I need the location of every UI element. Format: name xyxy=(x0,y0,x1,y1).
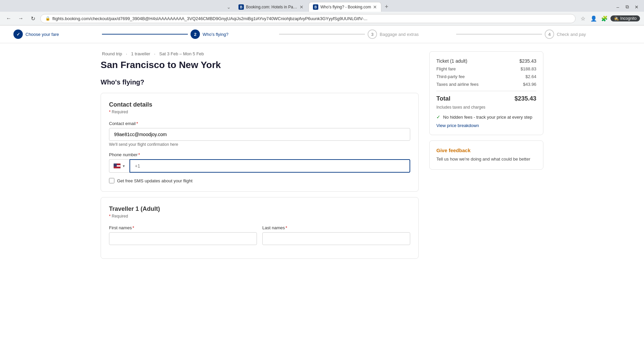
breadcrumb: Round trip · 1 traveller · Sat 3 Feb – M… xyxy=(101,51,419,56)
step1-label: Choose your fare xyxy=(25,32,59,37)
sms-checkbox-group: Get free SMS updates about your flight xyxy=(109,178,410,183)
third-party-label: Third-party fee xyxy=(436,74,465,79)
phone-input-group: ▼ xyxy=(109,159,410,173)
incognito-badge: 🕵 Incognito xyxy=(610,15,640,21)
flight-fare-value: $188.83 xyxy=(521,66,536,71)
step4-label: Check and pay xyxy=(557,32,586,37)
email-required-marker: * xyxy=(136,121,138,126)
price-divider xyxy=(436,91,536,91)
progress-bar: ✓ Choose your fare 2 Who's flying? 3 Bag… xyxy=(0,25,644,43)
flight-fare-row: Flight fare $188.83 xyxy=(436,66,536,71)
taxes-label: Taxes and airline fees xyxy=(436,82,479,87)
progress-step-1: ✓ Choose your fare xyxy=(13,29,99,39)
contact-required-note: * Required xyxy=(109,110,410,114)
names-row: First names* Last names* xyxy=(109,225,410,250)
step3-label: Baggage and extras xyxy=(380,32,419,37)
tab1-close-icon[interactable]: ✕ xyxy=(300,4,304,10)
breadcrumb-sep1: · xyxy=(126,51,127,56)
breadcrumb-sep2: · xyxy=(154,51,156,56)
email-label: Contact email* xyxy=(109,121,410,126)
price-summary-card: Ticket (1 adult) $235.43 Flight fare $18… xyxy=(429,51,543,135)
first-names-label: First names* xyxy=(109,225,257,230)
progress-step-2: 2 Who's flying? xyxy=(191,29,276,39)
feedback-description: Tell us how we're doing and what could b… xyxy=(436,156,536,163)
view-price-breakdown-link[interactable]: View price breakdown xyxy=(436,123,536,128)
address-bar[interactable]: 🔒 flights.booking.com/checkout/pax/d7699… xyxy=(40,14,576,23)
tab-overflow-btn[interactable]: ⌄ xyxy=(224,3,233,11)
minimize-button[interactable]: – xyxy=(613,2,623,12)
close-window-button[interactable]: ✕ xyxy=(632,2,641,12)
traveller-required-note: * Required xyxy=(109,214,410,219)
total-value: $235.43 xyxy=(515,95,536,102)
required-star: * xyxy=(109,110,111,114)
flight-fare-label: Flight fare xyxy=(436,66,456,71)
breadcrumb-dates: Sat 3 Feb – Mon 5 Feb xyxy=(159,51,204,56)
phone-required-marker: * xyxy=(138,152,140,157)
page-title: San Francisco to New York xyxy=(101,60,419,70)
total-price-row: Total $235.43 xyxy=(436,95,536,102)
required-text: Required xyxy=(112,110,128,114)
tab2-close-icon[interactable]: ✕ xyxy=(373,4,377,10)
step2-label: Who's flying? xyxy=(203,32,228,37)
email-helper-text: We'll send your flight confirmation here xyxy=(109,142,410,147)
first-names-input[interactable] xyxy=(109,232,257,245)
browser-tabs-bar: ⌄ B Booking.com: Hotels in Palm Sp... ✕ … xyxy=(0,0,644,12)
contact-card-title: Contact details xyxy=(109,101,410,108)
phone-group: Phone number* ▼ xyxy=(109,152,410,173)
refresh-button[interactable]: ↻ xyxy=(28,14,38,23)
email-input[interactable] xyxy=(109,128,410,141)
incognito-label: Incognito xyxy=(620,16,637,21)
phone-label: Phone number* xyxy=(109,152,410,157)
last-names-required-marker: * xyxy=(285,225,287,230)
step-connector-3 xyxy=(456,34,542,35)
address-bar-row: ← → ↻ 🔒 flights.booking.com/checkout/pax… xyxy=(0,12,644,25)
back-button[interactable]: ← xyxy=(4,14,13,23)
progress-step-4: 4 Check and pay xyxy=(545,29,631,39)
browser-tab-2[interactable]: B Who's flying? - Booking.com ✕ xyxy=(309,2,381,12)
step1-circle: ✓ xyxy=(13,29,23,39)
browser-tab-1[interactable]: B Booking.com: Hotels in Palm Sp... ✕ xyxy=(234,2,308,12)
step4-circle: 4 xyxy=(545,29,554,39)
new-tab-button[interactable]: + xyxy=(382,2,391,12)
step-connector-1 xyxy=(102,34,188,35)
breadcrumb-travellers: 1 traveller xyxy=(131,51,150,56)
left-column: Round trip · 1 traveller · Sat 3 Feb – M… xyxy=(101,51,419,259)
no-hidden-fees: ✓ No hidden fees - track your price at e… xyxy=(436,114,536,120)
url-text: flights.booking.com/checkout/pax/d7699_3… xyxy=(52,16,571,21)
tab1-title: Booking.com: Hotels in Palm Sp... xyxy=(246,5,298,9)
right-column: Ticket (1 adult) $235.43 Flight fare $18… xyxy=(429,51,543,259)
contact-details-card: Contact details * Required Contact email… xyxy=(101,93,419,192)
taxes-row: Taxes and airline fees $43.96 xyxy=(436,82,536,87)
tab1-favicon: B xyxy=(238,4,244,10)
ticket-price-row: Ticket (1 adult) $235.43 xyxy=(436,58,536,64)
browser-action-icons: ☆ 👤 🧩 🕵 Incognito xyxy=(578,14,640,23)
first-names-group: First names* xyxy=(109,225,257,245)
traveller-required-star: * xyxy=(109,214,111,219)
feedback-card: Give feedback Tell us how we're doing an… xyxy=(429,140,543,170)
extension-icon[interactable]: 🧩 xyxy=(600,14,609,23)
no-hidden-fees-text: No hidden fees - track your price at eve… xyxy=(443,115,532,120)
main-container: Round trip · 1 traveller · Sat 3 Feb – M… xyxy=(87,43,557,267)
step2-circle: 2 xyxy=(191,29,200,39)
breadcrumb-trip-type: Round trip xyxy=(102,51,122,56)
forward-button[interactable]: → xyxy=(16,14,25,23)
incognito-icon: 🕵 xyxy=(614,16,619,21)
sms-checkbox[interactable] xyxy=(109,178,114,183)
tab2-favicon: B xyxy=(313,4,318,10)
feedback-title: Give feedback xyxy=(436,147,536,153)
profile-icon[interactable]: 👤 xyxy=(589,14,598,23)
restore-button[interactable]: ⧉ xyxy=(623,2,632,12)
check-icon: ✓ xyxy=(436,114,440,120)
first-names-required-marker: * xyxy=(132,225,134,230)
last-names-group: Last names* xyxy=(262,225,410,245)
last-names-input[interactable] xyxy=(262,232,410,245)
chevron-down-icon: ▼ xyxy=(122,164,125,168)
country-selector[interactable]: ▼ xyxy=(109,159,129,173)
ticket-value: $235.43 xyxy=(519,58,536,64)
us-flag-icon xyxy=(113,163,121,169)
sms-checkbox-label[interactable]: Get free SMS updates about your flight xyxy=(117,178,193,183)
bookmark-icon[interactable]: ☆ xyxy=(578,14,588,23)
traveller-card: Traveller 1 (Adult) * Required First nam… xyxy=(101,197,419,259)
phone-number-input[interactable] xyxy=(129,159,410,173)
ticket-label: Ticket (1 adult) xyxy=(436,58,467,64)
